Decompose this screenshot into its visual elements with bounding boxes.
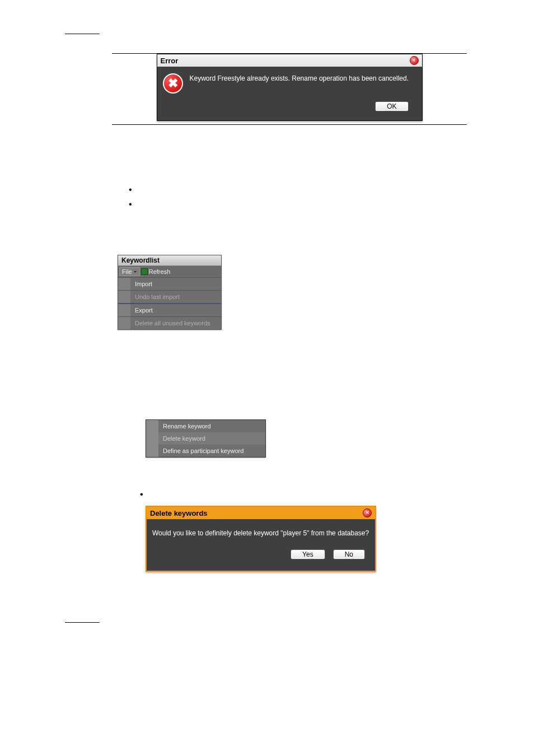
menu-item-delete[interactable]: Delete keyword bbox=[158, 432, 265, 445]
error-dialog: Error ✖ Keyword Freestyle already exists… bbox=[157, 54, 423, 121]
ok-button[interactable]: OK bbox=[375, 101, 408, 111]
menu-item-define-participant[interactable]: Define as participant keyword bbox=[158, 445, 265, 457]
menu-icon-strip bbox=[146, 420, 158, 432]
keywordlist-toolbar: File Refresh bbox=[118, 265, 221, 278]
refresh-label[interactable]: Refresh bbox=[149, 268, 171, 275]
menu-item-delete-unused: Delete all unused keywords bbox=[118, 317, 221, 329]
keywordlist-panel: Keywordlist File Refresh Import Undo las… bbox=[118, 255, 222, 330]
menu-item-rename[interactable]: Rename keyword bbox=[158, 420, 265, 432]
yes-button[interactable]: Yes bbox=[291, 549, 325, 559]
error-dialog-title: Error bbox=[161, 57, 179, 65]
refresh-icon[interactable] bbox=[141, 268, 148, 275]
error-icon: ✖ bbox=[163, 73, 183, 94]
chevron-down-icon bbox=[133, 270, 137, 274]
close-icon[interactable] bbox=[363, 508, 372, 517]
menu-item-import[interactable]: Import bbox=[118, 278, 221, 291]
bullet-item bbox=[129, 201, 467, 210]
file-menu[interactable]: File bbox=[119, 267, 140, 276]
x-icon: ✖ bbox=[168, 77, 178, 90]
header-rule-fragment bbox=[65, 34, 100, 34]
no-button[interactable]: No bbox=[333, 549, 365, 559]
delete-keywords-dialog: Delete keywords Would you like to defini… bbox=[146, 506, 376, 572]
file-menu-dropdown: Import Undo last import Export Delete al… bbox=[118, 278, 221, 329]
delete-dialog-message: Would you like to definitely delete keyw… bbox=[147, 519, 375, 543]
menu-icon-strip bbox=[146, 432, 158, 445]
delete-dialog-title: Delete keywords bbox=[150, 509, 208, 517]
footer-rule-fragment bbox=[65, 622, 100, 623]
bullet-item bbox=[129, 186, 467, 195]
menu-item-undo-import: Undo last import bbox=[118, 291, 221, 304]
error-dialog-titlebar: Error bbox=[157, 54, 422, 67]
file-menu-label: File bbox=[122, 268, 132, 275]
menu-item-export[interactable]: Export bbox=[118, 304, 221, 317]
menu-icon-strip bbox=[146, 445, 158, 457]
keywordlist-title: Keywordlist bbox=[118, 255, 221, 265]
context-menu: Rename keyword Delete keyword Define as … bbox=[146, 419, 266, 458]
error-message: Keyword Freestyle already exists. Rename… bbox=[190, 73, 409, 83]
bullet-item bbox=[140, 491, 467, 500]
delete-dialog-titlebar: Delete keywords bbox=[147, 507, 375, 519]
close-icon[interactable] bbox=[410, 56, 419, 65]
